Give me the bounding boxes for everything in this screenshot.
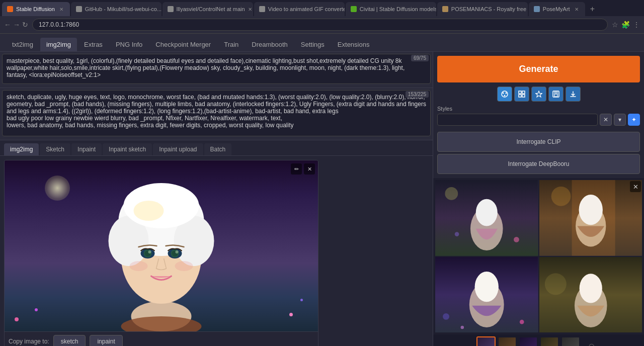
generated-image-4[interactable] — [539, 257, 642, 333]
thumbnail-1[interactable] — [476, 336, 496, 346]
tab-label: Stable Diffusion — [16, 6, 55, 12]
back-button[interactable]: ← — [4, 21, 11, 29]
nav-tab-dreambooth[interactable]: Dreambooth — [246, 38, 294, 51]
settings-icon[interactable]: ⋮ — [633, 21, 640, 29]
svg-marker-26 — [535, 91, 542, 97]
generated-grid — [435, 180, 642, 332]
copy-to-sketch-button[interactable]: sketch — [53, 335, 86, 346]
browser-tab-github[interactable]: GitHub - Mikubill/sd-webui-co... ✕ — [71, 2, 162, 16]
positive-prompt-box: 69/75 document.addEventListener('DOMCont… — [0, 52, 433, 88]
interrogate-clip-button[interactable]: Interrogate CLIP — [437, 132, 640, 152]
nav-tab-png-info[interactable]: PNG Info — [110, 38, 148, 51]
negative-prompt-counter: 153/225 — [406, 91, 429, 98]
right-panel: Generate Styles ✕ ▾ — [433, 52, 644, 346]
interrogate-deepbooru-button[interactable]: Interrogate DeepBooru — [437, 154, 640, 174]
browser-tab-civitai[interactable]: Civitai | Stable Diffusion models... ✕ — [346, 2, 436, 16]
generated-image-3[interactable] — [435, 257, 538, 333]
app-nav: txt2img img2img Extras PNG Info Checkpoi… — [0, 34, 644, 52]
tab-label: GitHub - Mikubill/sd-webui-co... — [85, 6, 162, 12]
generated-image-2[interactable] — [539, 180, 642, 256]
address-bar: ← → ↻ ☆ 🧩 ⋮ — [0, 16, 644, 33]
reload-button[interactable]: ↻ — [22, 21, 28, 29]
generate-button[interactable]: Generate — [437, 56, 640, 82]
styles-clear-button[interactable]: ✕ — [600, 114, 612, 126]
svg-point-21 — [504, 95, 505, 97]
nav-tab-img2img[interactable]: img2img — [40, 38, 77, 51]
svg-point-17 — [175, 261, 193, 271]
svg-point-50 — [544, 273, 566, 295]
style-icon-palette[interactable] — [497, 86, 512, 102]
svg-point-39 — [579, 195, 602, 225]
nav-tab-train[interactable]: Train — [218, 38, 245, 51]
style-icon-save[interactable] — [548, 86, 564, 102]
svg-point-45 — [443, 313, 449, 320]
thumbnail-3[interactable] — [519, 336, 538, 346]
sub-tab-sketch[interactable]: Sketch — [40, 143, 70, 155]
thumbnail-6[interactable]: ⊙ — [582, 336, 601, 346]
styles-input[interactable] — [437, 114, 598, 126]
nav-tab-extensions[interactable]: Extensions — [332, 38, 376, 51]
styles-label: Styles — [437, 106, 640, 112]
copy-to-inpaint-button[interactable]: inpaint — [90, 335, 122, 346]
tab-close[interactable]: ✕ — [573, 6, 580, 13]
generated-panel: ✕ — [433, 178, 644, 346]
tab-bar: Stable Diffusion ✕ GitHub - Mikubill/sd-… — [0, 0, 644, 16]
browser-tab-controlnet[interactable]: lllyasviel/ControlNet at main ✕ — [163, 2, 253, 16]
style-icon-grid[interactable] — [514, 86, 529, 102]
browser-tab-stable-diffusion[interactable]: Stable Diffusion ✕ — [2, 2, 70, 16]
upload-panel: ✏ ✕ — [4, 160, 318, 346]
thumbnail-2[interactable] — [498, 336, 517, 346]
style-icon-download[interactable] — [566, 86, 581, 102]
generated-image-1[interactable] — [435, 180, 538, 256]
styles-input-row: ✕ ▾ ✦ — [437, 114, 640, 126]
browser-tab-gif[interactable]: Video to animated GIF converter ... ✕ — [254, 2, 345, 16]
svg-rect-25 — [522, 95, 525, 97]
tab-close[interactable]: ✕ — [248, 6, 252, 13]
styles-dropdown-button[interactable]: ▾ — [614, 114, 626, 126]
nav-tab-extras[interactable]: Extras — [78, 38, 109, 51]
tab-label: PoseMyArt — [543, 6, 570, 12]
upload-controls: ✏ ✕ — [291, 163, 315, 175]
nav-tab-txt2img[interactable]: txt2img — [6, 38, 39, 51]
svg-point-40 — [551, 187, 571, 206]
close-generated-button[interactable]: ✕ — [630, 181, 641, 192]
svg-point-46 — [461, 325, 464, 328]
tab-close[interactable]: ✕ — [58, 6, 65, 13]
positive-prompt-section: 69/75 document.addEventListener('DOMCont… — [0, 52, 433, 88]
url-input[interactable] — [32, 19, 608, 31]
thumbnail-4[interactable] — [540, 336, 559, 346]
positive-prompt-counter: 69/75 — [411, 55, 429, 61]
tab-label: POSEMANIACS - Royalty free 3... — [451, 6, 528, 12]
style-icon-star[interactable] — [531, 86, 546, 102]
styles-action-button[interactable]: ✦ — [628, 114, 640, 126]
sub-tab-inpaint[interactable]: Inpaint — [71, 143, 102, 155]
bookmark-icon[interactable]: ☆ — [612, 21, 618, 29]
negative-prompt-section: 153/225 — [0, 88, 433, 140]
left-panel: 69/75 document.addEventListener('DOMCont… — [0, 52, 433, 346]
sub-tab-img2img[interactable]: img2img — [4, 143, 39, 155]
sub-tab-inpaint-upload[interactable]: Inpaint upload — [153, 143, 203, 155]
svg-rect-29 — [554, 94, 557, 97]
thumbnail-5[interactable] — [561, 336, 580, 346]
negative-prompt-textarea[interactable] — [2, 90, 431, 136]
negative-prompt-box: 153/225 — [0, 88, 433, 140]
browser-tab-pose[interactable]: POSEMANIACS - Royalty free 3... ✕ — [437, 2, 528, 16]
edit-image-button[interactable]: ✏ — [291, 163, 302, 175]
browser-tab-posemyart[interactable]: PoseMyArt ✕ — [529, 2, 585, 16]
nav-tab-settings[interactable]: Settings — [295, 38, 331, 51]
sub-tab-inpaint-sketch[interactable]: Inpaint sketch — [103, 143, 152, 155]
sub-tab-batch[interactable]: Batch — [204, 143, 232, 155]
positive-prompt-textarea[interactable] — [2, 54, 431, 84]
extensions-icon[interactable]: 🧩 — [621, 21, 630, 29]
new-tab-button[interactable]: + — [588, 5, 597, 14]
tab-favicon — [534, 6, 540, 12]
svg-point-49 — [579, 274, 602, 303]
svg-point-15 — [171, 249, 179, 257]
img2img-area: ✏ ✕ — [0, 156, 433, 346]
tab-favicon — [259, 6, 265, 12]
forward-button[interactable]: → — [13, 21, 20, 29]
tab-favicon — [76, 6, 82, 12]
remove-image-button[interactable]: ✕ — [304, 163, 315, 175]
nav-tab-checkpoint-merger[interactable]: Checkpoint Merger — [149, 38, 217, 51]
svg-point-35 — [455, 232, 459, 236]
